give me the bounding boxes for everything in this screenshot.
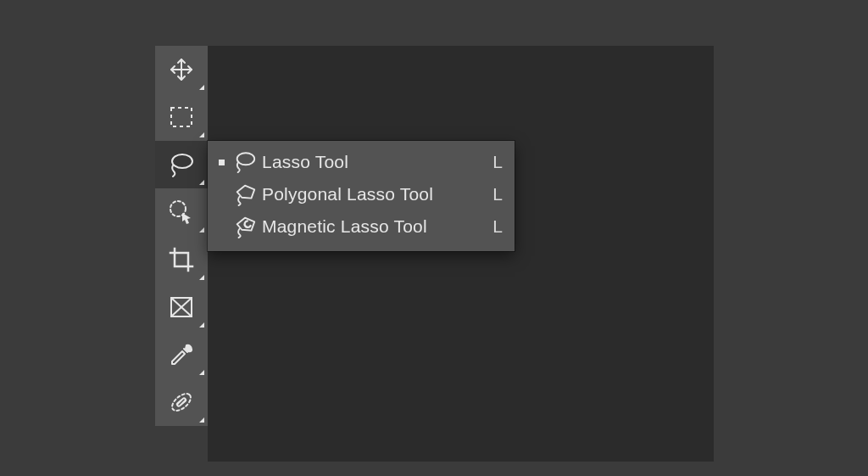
crop-icon xyxy=(166,244,197,275)
submenu-indicator xyxy=(199,275,204,280)
flyout-item-shortcut: L xyxy=(482,184,503,204)
tool-healing[interactable] xyxy=(155,378,208,426)
tool-crop[interactable] xyxy=(155,236,208,283)
flyout-item-label: Magnetic Lasso Tool xyxy=(262,216,482,237)
flyout-item-label: Lasso Tool xyxy=(262,152,482,172)
tool-eyedropper[interactable] xyxy=(155,331,208,378)
submenu-indicator xyxy=(199,180,204,185)
active-indicator xyxy=(214,160,228,165)
quick-select-icon xyxy=(166,197,197,227)
canvas-area[interactable] xyxy=(208,46,714,462)
tool-move[interactable] xyxy=(155,46,208,93)
submenu-indicator xyxy=(199,417,204,423)
tool-quick-select[interactable] xyxy=(155,188,208,236)
tool-marquee[interactable] xyxy=(155,93,208,141)
polygonal-lasso-icon xyxy=(228,182,262,206)
healing-icon xyxy=(166,387,197,417)
svg-rect-0 xyxy=(171,108,192,126)
flyout-item-lasso[interactable]: Lasso Tool L xyxy=(208,146,515,178)
svg-point-1 xyxy=(172,154,192,168)
flyout-item-shortcut: L xyxy=(482,216,503,237)
eyedropper-icon xyxy=(166,339,197,370)
submenu-indicator xyxy=(199,85,204,90)
submenu-indicator xyxy=(199,322,204,328)
toolbar xyxy=(155,46,208,426)
submenu-indicator xyxy=(199,227,204,232)
move-icon xyxy=(166,54,197,85)
lasso-flyout-menu: Lasso Tool L Polygonal Lasso Tool L xyxy=(208,141,515,251)
magnetic-lasso-icon xyxy=(228,215,262,238)
flyout-item-magnetic-lasso[interactable]: Magnetic Lasso Tool L xyxy=(208,210,515,243)
submenu-indicator xyxy=(199,132,204,137)
lasso-icon xyxy=(166,149,197,180)
submenu-indicator xyxy=(199,370,204,375)
lasso-icon xyxy=(228,150,262,174)
marquee-icon xyxy=(166,102,197,132)
flyout-item-polygonal-lasso[interactable]: Polygonal Lasso Tool L xyxy=(208,178,515,210)
flyout-item-shortcut: L xyxy=(482,152,503,172)
tool-lasso[interactable] xyxy=(155,141,208,188)
tool-frame[interactable] xyxy=(155,283,208,331)
frame-icon xyxy=(166,292,197,322)
flyout-item-label: Polygonal Lasso Tool xyxy=(262,184,482,204)
svg-point-9 xyxy=(237,153,255,165)
